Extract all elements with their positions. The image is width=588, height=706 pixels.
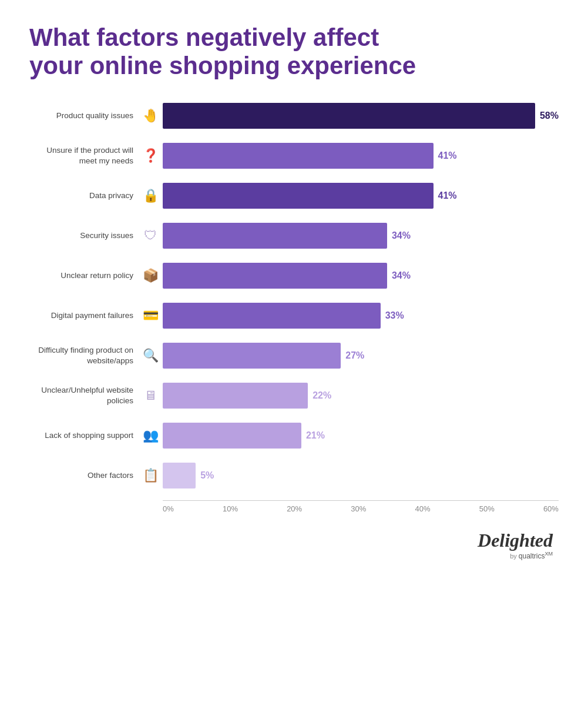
bar-icon: 💳 [138,308,163,323]
bar-icon: 📦 [138,268,163,283]
x-tick: 10% [223,504,238,513]
bar-icon: 👥 [138,428,163,443]
bar-container: 34% [163,263,559,289]
bar-fill [163,223,387,249]
bar-row: Security issues🛡34% [29,218,559,253]
bar-container: 58% [163,103,559,129]
bar-value-label: 22% [313,390,331,401]
bar-container: 41% [163,143,559,169]
bar-label-text: Unclear return policy [29,270,138,281]
bar-label-text: Other factors [29,470,138,481]
bar-container: 34% [163,223,559,249]
x-tick: 30% [351,504,366,513]
bar-value-label: 58% [540,111,559,121]
bar-icon: 🔍 [138,348,163,363]
bar-row: Unclear return policy📦34% [29,258,559,293]
bar-container: 33% [163,303,559,329]
bar-value-label: 5% [200,470,214,481]
bar-row: Other factors📋5% [29,458,559,493]
bar-icon: 🛡 [138,228,163,243]
bar-icon: 🤚 [138,108,163,123]
chart-title: What factors negatively affect your onli… [29,24,559,81]
bar-fill [163,463,196,488]
bar-icon: ❓ [138,148,163,163]
x-tick: 0% [163,504,174,513]
bar-fill [163,303,381,329]
bar-row: Unclear/Unhelpful website policies🖥22% [29,378,559,413]
bar-row: Digital payment failures💳33% [29,298,559,333]
bar-container: 41% [163,183,559,209]
bar-fill [163,263,387,289]
x-tick: 60% [543,504,559,513]
bar-container: 22% [163,383,559,409]
brand: Delighted by qualtricsXM [29,531,559,560]
bar-container: 21% [163,423,559,449]
bar-value-label: 33% [385,310,404,321]
brand-by: by [510,553,519,560]
bar-label-text: Unsure if the product will meet my needs [29,145,138,166]
bar-fill [163,423,301,449]
bar-row: Unsure if the product will meet my needs… [29,138,559,173]
bar-row: Product quality issues🤚58% [29,98,559,133]
bar-row: Data privacy🔒41% [29,178,559,213]
bar-value-label: 34% [392,270,411,281]
brand-name: Delighted [478,531,553,550]
bar-container: 27% [163,343,559,369]
bar-icon: 🔒 [138,188,163,203]
x-tick: 40% [415,504,431,513]
bar-fill [163,343,341,369]
brand-sub: by qualtricsXM [478,551,553,560]
bar-value-label: 41% [438,150,457,161]
bar-container: 5% [163,463,559,488]
bar-row: Lack of shopping support👥21% [29,418,559,453]
bar-label-text: Data privacy [29,190,138,201]
bar-icon: 📋 [138,468,163,483]
bar-label-text: Product quality issues [29,111,138,121]
bar-fill [163,103,535,129]
bar-label-text: Unclear/Unhelpful website policies [29,385,138,406]
bar-value-label: 34% [392,230,411,241]
bar-value-label: 27% [345,350,364,361]
bar-fill [163,383,308,409]
bar-row: Difficulty finding product on website/ap… [29,338,559,373]
bar-fill [163,183,434,209]
bar-label-text: Lack of shopping support [29,430,138,441]
bar-fill [163,143,434,169]
bar-icon: 🖥 [138,388,163,403]
bar-value-label: 41% [438,190,457,201]
chart-area: Product quality issues🤚58%Unsure if the … [29,98,559,513]
brand-qualtrics: qualtricsXM [519,552,553,560]
x-tick: 20% [287,504,302,513]
bar-label-text: Security issues [29,230,138,241]
x-tick: 50% [479,504,495,513]
brand-xm: XM [545,551,553,557]
bar-label-text: Digital payment failures [29,310,138,321]
bar-label-text: Difficulty finding product on website/ap… [29,345,138,366]
bar-value-label: 21% [306,430,325,441]
